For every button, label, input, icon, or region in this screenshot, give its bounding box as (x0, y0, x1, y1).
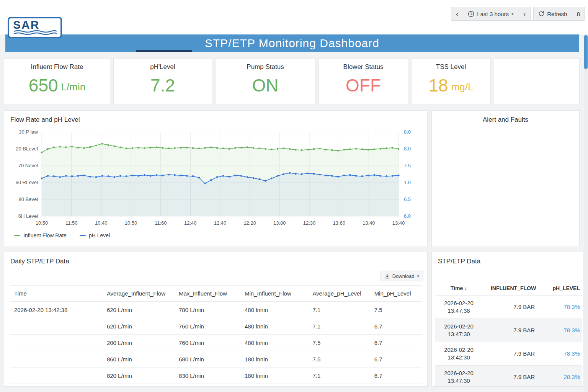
table-cell: 7.5 (309, 335, 370, 351)
stp-flow-cell: 7.9 BAR (483, 295, 544, 318)
chevron-down-icon: ▾ (511, 11, 514, 16)
table-row: 820 L/min830 L/min180 lnnin7.16.7 (10, 368, 422, 384)
table-cell: 6.7 (371, 351, 422, 368)
stp-col-header-time[interactable]: Time ↓ (435, 281, 483, 295)
table-cell (10, 351, 103, 368)
logo-text: SAR (13, 19, 57, 31)
table-cell: 7.5 (309, 351, 370, 368)
clock-icon (468, 11, 474, 17)
table-row: 2026-02-20 13:47:307.9 BAR28.3% (435, 365, 582, 387)
time-back-button[interactable]: ‹ (451, 7, 463, 20)
time-range-label: Last 3 hours (477, 11, 509, 17)
logo-waves-icon (13, 30, 57, 35)
stp-flow-cell: 7.9 BAR (483, 318, 544, 342)
timeseries-chart: 30 P law20 BLevel70 Nevel60 RLevel80 Bev… (8, 127, 423, 231)
svg-text:70 Nevel: 70 Nevel (18, 163, 38, 168)
table-row: 2026-02-20 13:42:38620 L/min780 L/min480… (10, 302, 422, 318)
time-controls-toolbar: ‹ Last 3 hours ▾ › Refresh 8 (451, 7, 585, 21)
legend-item[interactable]: pH Level (80, 232, 110, 238)
daily-col-header-3[interactable]: Min_Influent_Flow (241, 286, 309, 302)
refresh-button[interactable]: Refresh (533, 7, 572, 20)
svg-text:13:40: 13:40 (363, 220, 375, 226)
svg-text:13:40: 13:40 (392, 220, 405, 226)
stp-flow-cell: 7.9 BAR (483, 365, 544, 387)
table-cell: 200 L/min (103, 335, 175, 351)
table-cell: 6.7 (371, 335, 422, 351)
stat-card-1: pH'Level7.2 (113, 58, 212, 104)
stp-ph-link[interactable]: 78.3% (544, 318, 582, 342)
alerts-panel-title[interactable]: Alert and Faults (432, 111, 579, 124)
refresh-icon (538, 11, 544, 17)
stp-ph-link[interactable]: 28.3% (544, 365, 582, 387)
table-cell: 480 lnnin (241, 318, 309, 335)
table-cell: 830 L/min (175, 368, 241, 384)
table-cell: 860 L/min (103, 351, 175, 368)
stat-value: 650 (29, 75, 58, 96)
legend-label: Influent Flow Rate (23, 232, 67, 238)
table-cell: 7.1 (309, 368, 370, 384)
svg-text:6H Level: 6H Level (18, 213, 38, 219)
stp-time-cell: 2026-02-20 13:47:30 (435, 365, 483, 387)
stp-col-header-influent-flow[interactable]: INFLUENT_FLOW (483, 281, 544, 295)
daily-col-header-1[interactable]: Average_Influent_Flow (103, 286, 175, 302)
stat-title: pH'Level (150, 63, 175, 71)
sar-logo: SAR (8, 17, 62, 38)
stat-unit: mg/L (451, 81, 474, 93)
table-cell (10, 368, 103, 384)
daily-col-header-4[interactable]: Average_pH_Level (309, 286, 370, 302)
stp-ph-link[interactable]: 78.3% (544, 342, 582, 365)
svg-text:80 Bevel: 80 Bevel (18, 196, 38, 202)
stat-title: Influent Flow Rate (31, 63, 83, 71)
chart-panel-title[interactable]: Flow Rate and pH Level (4, 111, 427, 124)
table-cell (10, 318, 103, 335)
stat-card-4: TSS Level18mg/L (411, 58, 491, 104)
sort-desc-icon: ↓ (464, 285, 467, 291)
table-cell: 620 L/min (103, 302, 175, 318)
table-cell: 7.1 (309, 318, 370, 335)
svg-text:11:60: 11:60 (155, 220, 167, 226)
chevron-down-icon: ▾ (417, 274, 419, 279)
table-cell (10, 335, 103, 351)
stp-data-table: Time ↓INFLUENT_FLOWpH_LEVEL2026-02-20 13… (435, 281, 582, 387)
svg-text:11:50: 11:50 (65, 220, 78, 226)
stat-title: Pump Status (247, 63, 284, 71)
table-cell: 780 L/min (175, 302, 241, 318)
daily-col-header-5[interactable]: Min_pH_Level (371, 286, 422, 302)
stp-time-cell: 2026-02-20 13:42:30 (435, 342, 483, 365)
table-cell: 760 L/min (175, 318, 241, 335)
svg-text:10:40: 10:40 (95, 220, 108, 226)
table-cell: 480 lnnin (241, 302, 309, 318)
legend-swatch (14, 235, 20, 236)
table-cell: 480 lnnin (241, 335, 309, 351)
scrollbar-thumb[interactable] (584, 35, 588, 69)
daily-col-header-2[interactable]: Max_Influent_Flow (175, 286, 241, 302)
table-cell: 6.7 (371, 318, 422, 335)
table-cell: 820 L/min (103, 368, 175, 384)
stp-ph-link[interactable]: 78.3% (544, 295, 582, 318)
time-range-picker[interactable]: Last 3 hours ▾ (463, 7, 518, 20)
flow-ph-chart-panel: Flow Rate and pH Level 30 P law20 BLevel… (4, 110, 428, 247)
stat-title: Blower Status (343, 63, 384, 71)
download-button[interactable]: Download ▾ (381, 271, 423, 281)
refresh-interval-button[interactable]: 8 (572, 7, 585, 20)
table-cell: 680 L/min (175, 351, 241, 368)
time-forward-button[interactable]: › (518, 7, 530, 20)
page-title: STP/ETP Monitoring Dashboard (205, 37, 379, 50)
chevron-right-icon: › (523, 10, 526, 18)
stat-cards-row: Influent Flow Rate650L/minpH'Level7.2Pum… (4, 58, 580, 104)
daily-col-header-0[interactable]: Time (10, 286, 103, 302)
daily-panel-title[interactable]: Daily STP/ETP Data (4, 252, 427, 265)
stp-panel-title[interactable]: STP/ETP Data (432, 252, 583, 265)
svg-text:8.0: 8.0 (404, 146, 411, 152)
table-cell: 180 lnnin (241, 351, 309, 368)
table-row: 620 L/min760 L/min480 lnnin7.16.7 (10, 318, 422, 335)
stp-col-header-ph-level[interactable]: pH_LEVEL (544, 281, 582, 295)
stat-card-5 (494, 58, 580, 104)
svg-text:13:60: 13:60 (333, 220, 345, 226)
alerts-panel: Alert and Faults (431, 110, 580, 247)
legend-item[interactable]: Influent Flow Rate (14, 232, 67, 238)
table-row: 200 L/min760 L/min480 lnnin7.56.7 (10, 335, 422, 351)
download-label: Download (392, 273, 415, 279)
svg-text:12:40: 12:40 (214, 220, 227, 226)
svg-text:8:0: 8:0 (404, 129, 411, 135)
